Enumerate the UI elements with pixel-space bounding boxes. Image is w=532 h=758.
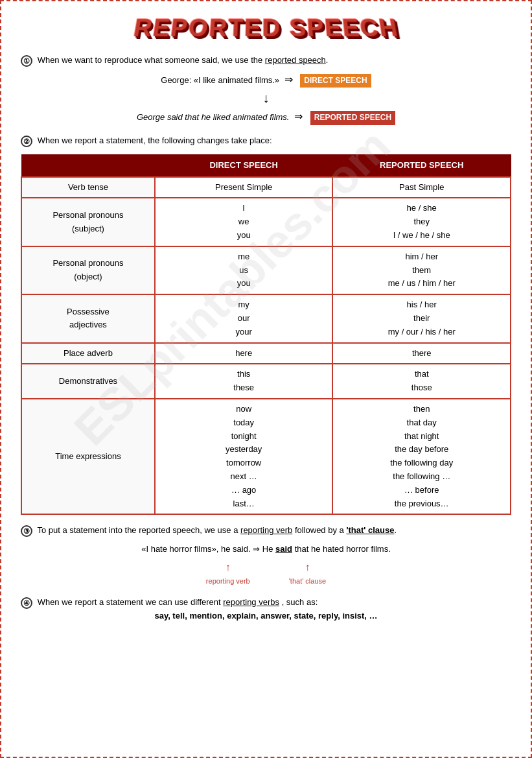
section2-number: ②: [21, 136, 32, 147]
table-row: Personal pronouns (subject)I we youhe / …: [21, 198, 511, 246]
table-header-direct: DIRECT SPEECH: [155, 154, 333, 176]
grammar-table: DIRECT SPEECH REPORTED SPEECH Verb tense…: [21, 154, 511, 515]
section4-text2: , such as:: [282, 597, 318, 607]
table-cell-label: Personal pronouns (subject): [21, 198, 155, 246]
table-cell-label: Demonstratives: [21, 364, 155, 399]
section4-reporting-verbs: reporting verbs: [223, 597, 279, 607]
section-2: ② When we report a statement, the follow…: [21, 134, 511, 515]
page-title: REPORTED SPEECH: [132, 15, 401, 42]
that-clause-label-text: 'that' clause: [289, 576, 326, 587]
section2-text: When we report a statement, the followin…: [38, 136, 272, 145]
table-cell-direct: now today tonight yesterday tomorrow nex…: [155, 399, 333, 514]
table-cell-reported: he / she they I / we / he / she: [332, 198, 511, 246]
table-cell-direct: me us you: [155, 246, 333, 294]
section3-reporting-verb: reporting verb: [240, 525, 292, 535]
table-cell-label: Personal pronouns (object): [21, 246, 155, 294]
table-row: Possessive adjectivesmy our yourhis / he…: [21, 294, 511, 342]
that-clause-label: ↑ 'that' clause: [289, 559, 326, 587]
arrow1: ⇒: [284, 74, 293, 85]
table-header-empty: [21, 154, 155, 176]
table-cell-direct: here: [155, 343, 333, 364]
table-row: Demonstrativesthis thesethat those: [21, 364, 511, 399]
direct-label: DIRECT SPEECH: [300, 74, 371, 88]
table-cell-reported: there: [332, 343, 511, 364]
reported-speech-example: George said that he liked animated films…: [21, 108, 511, 125]
table-row: Personal pronouns (object)me us youhim /…: [21, 246, 511, 294]
table-row: Place adverbherethere: [21, 343, 511, 364]
title-container: REPORTED SPEECH: [21, 14, 511, 42]
reported-label: REPORTED SPEECH: [310, 111, 395, 124]
section3-example: «I hate horror films», he said. ⇒ He sai…: [21, 543, 511, 556]
table-cell-direct: my our your: [155, 294, 333, 342]
reporting-labels: ↑ reporting verb ↑ 'that' clause: [21, 559, 511, 587]
table-cell-label: Verb tense: [21, 177, 155, 198]
table-cell-reported: that those: [332, 364, 511, 399]
table-row: Verb tensePresent SimplePast Simple: [21, 177, 511, 198]
arrow-up-1: ↑: [206, 559, 250, 576]
section1-text: When we want to reproduce what someone s…: [38, 55, 263, 65]
table-cell-direct: this these: [155, 364, 333, 399]
section4-number: ④: [21, 597, 32, 609]
reporting-verb-label-text: reporting verb: [206, 576, 250, 587]
table-header-reported: REPORTED SPEECH: [332, 154, 511, 176]
section1-highlighted: reported speech: [265, 55, 326, 65]
table-cell-label: Time expressions: [21, 399, 155, 514]
section3-text1: To put a statement into the reported spe…: [37, 525, 238, 535]
table-cell-label: Place adverb: [21, 343, 155, 364]
reporting-verb-label: ↑ reporting verb: [206, 559, 250, 587]
section3-example-text: «I hate horror films», he said. ⇒ He sai…: [141, 544, 391, 554]
section4-verbs: say, tell, mention, explain, answer, sta…: [21, 610, 511, 623]
example-direct-text: George: «I like animated films.»: [161, 75, 279, 85]
arrow-up-2: ↑: [289, 559, 326, 576]
section3-text2: followed by a: [295, 525, 344, 535]
arrow-down: ↓: [21, 91, 511, 104]
table-cell-reported: him / her them me / us / him / her: [332, 246, 511, 294]
arrow2: ⇒: [294, 111, 303, 122]
section-3: ③ To put a statement into the reported s…: [21, 524, 511, 587]
section-1: ① When we want to reproduce what someone…: [21, 54, 511, 125]
table-cell-reported: his / her their my / our / his / her: [332, 294, 511, 342]
said-word: said: [275, 544, 292, 554]
section4-text: When we report a statement we can use di…: [38, 597, 221, 607]
section1-number: ①: [21, 55, 32, 67]
section3-that-clause: 'that' clause: [346, 525, 394, 535]
table-cell-direct: I we you: [155, 198, 333, 246]
example-reported-text: George said that he liked animated films…: [137, 112, 290, 122]
section-4: ④ When we report a statement we can use …: [21, 596, 511, 623]
direct-speech-example: George: «I like animated films.» ⇒ DIREC…: [21, 71, 511, 88]
table-cell-direct: Present Simple: [155, 177, 333, 198]
table-cell-label: Possessive adjectives: [21, 294, 155, 342]
table-cell-reported: then that day that night the day before …: [332, 399, 511, 514]
table-cell-reported: Past Simple: [332, 177, 511, 198]
section3-number: ③: [21, 525, 32, 537]
table-row: Time expressionsnow today tonight yester…: [21, 399, 511, 514]
